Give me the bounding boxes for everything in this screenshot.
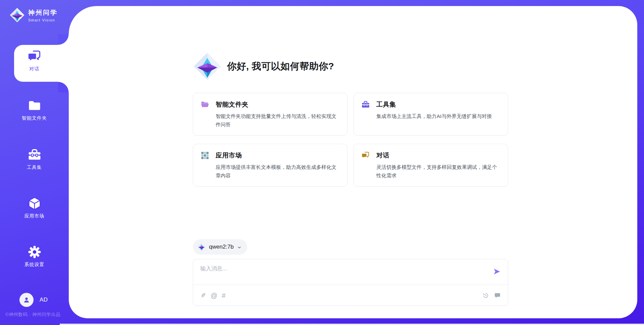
card-description: 智能文件夹功能支持批量文件上传与清洗，轻松实现文件问答 — [216, 112, 340, 129]
brand-logo-icon — [9, 7, 25, 23]
sidebar-item-smart-folder[interactable]: 智能文件夹 — [0, 99, 69, 121]
chevron-down-icon — [237, 244, 242, 250]
history-icon[interactable] — [482, 292, 489, 299]
sidebar-item-label: 系统设置 — [24, 262, 45, 268]
sidebar-item-label: 工具集 — [27, 165, 42, 171]
card-description: 灵活切换多模型文件，支持多样回复效果调试，满足个性化需求 — [376, 163, 500, 180]
copyright: ©神州数码 · 神州问学出品 — [5, 312, 60, 318]
card-toolset[interactable]: 工具集 集成市场上主流工具，助力AI与外界无缝扩展与对接 — [354, 93, 508, 136]
user-name: AD — [40, 297, 48, 303]
sidebar-item-toolset[interactable]: 工具集 — [0, 148, 69, 171]
card-description: 集成市场上主流工具，助力AI与外界无缝扩展与对接 — [376, 112, 500, 120]
sidebar-item-label: 应用市场 — [24, 213, 45, 219]
model-name: qwen2:7b — [209, 244, 234, 250]
grid-cube-icon — [201, 151, 209, 160]
card-title: 应用市场 — [216, 151, 242, 160]
folder-open-icon — [201, 100, 209, 109]
card-smart-folder[interactable]: 智能文件夹 智能文件夹功能支持批量文件上传与清洗，轻松实现文件问答 — [193, 93, 347, 136]
send-icon[interactable] — [493, 268, 501, 275]
page-bottom-edge — [60, 324, 644, 325]
tab-curve-top — [58, 34, 69, 45]
message-input[interactable] — [200, 265, 487, 272]
card-title: 智能文件夹 — [216, 100, 249, 109]
sidebar-item-chat[interactable]: 对话 — [0, 49, 69, 72]
brand-subtitle: Smart Vision — [28, 18, 58, 22]
card-description: 应用市场提供丰富长文本模板，助力高效生成多样化文章内容 — [216, 163, 340, 180]
mention-icon[interactable]: @ — [211, 292, 217, 299]
feedback-bubble-icon[interactable] — [494, 292, 501, 299]
brand: 神州问学 Smart Vision — [9, 7, 58, 23]
sidebar-item-settings[interactable]: 系统设置 — [0, 245, 69, 268]
person-icon — [22, 296, 31, 304]
card-chat[interactable]: 对话 灵活切换多模型文件，支持多样回复效果调试，满足个性化需求 — [354, 144, 508, 187]
sidebar: 神州问学 Smart Vision 对话 智能文件夹 工具集 — [0, 0, 69, 325]
avatar — [19, 293, 34, 307]
card-title: 对话 — [376, 151, 389, 160]
assistant-logo-icon — [193, 52, 222, 81]
toolbox-icon — [28, 148, 42, 162]
sidebar-item-label: 对话 — [30, 66, 40, 72]
tab-curve-bottom — [58, 82, 69, 92]
content-column: 你好, 我可以如何帮助你? 智能文件夹 智能文件夹功能支持批量文件上传与清洗，轻… — [193, 6, 508, 306]
composer-toolbar: @ # — [200, 285, 501, 306]
model-selector[interactable]: qwen2:7b — [193, 239, 247, 255]
hashtag-icon[interactable]: # — [222, 292, 225, 299]
feature-cards: 智能文件夹 智能文件夹功能支持批量文件上传与清洗，轻松实现文件问答 — [193, 93, 508, 187]
attachment-icon[interactable] — [200, 292, 206, 299]
chat-icon — [27, 49, 42, 64]
composer: @ # — [193, 259, 508, 306]
brand-name: 神州问学 — [28, 8, 58, 17]
cube-icon — [28, 196, 42, 210]
chat-icon — [361, 151, 370, 160]
sidebar-item-app-market[interactable]: 应用市场 — [0, 196, 69, 219]
card-title: 工具集 — [376, 100, 396, 109]
card-app-market[interactable]: 应用市场 应用市场提供丰富长文本模板，助力高效生成多样化文章内容 — [193, 144, 347, 187]
toolbox-icon — [361, 100, 370, 109]
user-profile[interactable]: AD — [19, 293, 48, 307]
greeting: 你好, 我可以如何帮助你? — [193, 52, 508, 81]
greeting-text: 你好, 我可以如何帮助你? — [227, 60, 334, 73]
main-panel: 你好, 我可以如何帮助你? 智能文件夹 智能文件夹功能支持批量文件上传与清洗，轻… — [69, 6, 637, 318]
model-logo-icon — [197, 243, 206, 251]
gear-icon — [28, 245, 42, 259]
folder-icon — [28, 99, 42, 113]
sidebar-item-label: 智能文件夹 — [22, 115, 47, 121]
